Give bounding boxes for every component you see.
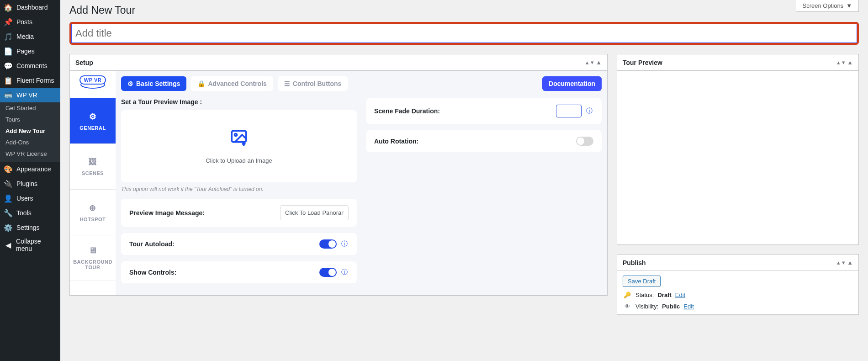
edit-visibility-link[interactable]: Edit [683, 303, 693, 310]
tour-title-input[interactable] [71, 24, 857, 43]
auto-rotation-label: Auto Rotation: [374, 138, 418, 145]
comments-icon: 💬 [4, 61, 13, 70]
show-controls-label: Show Controls: [129, 269, 176, 276]
sidebar-label: WP VR [16, 91, 37, 99]
nav-label: HOTSPOT [80, 217, 106, 222]
user-icon: 👤 [4, 194, 13, 203]
gear-icon: ⚙ [89, 111, 97, 122]
sidebar-item-plugins[interactable]: 🔌Plugins [0, 176, 60, 191]
eye-icon: 👁 [623, 303, 632, 310]
title-highlight-box [69, 22, 859, 45]
publish-postbox: Publish ▴ ▾ ▲ Save Draft 🔑 Status: Draft [617, 254, 859, 315]
status-label: Status: [635, 292, 654, 298]
chevron-up-icon[interactable]: ▴ [586, 59, 589, 66]
sidebar-label: Tools [16, 209, 32, 217]
sidebar-item-fluent-forms[interactable]: 📋Fluent Forms [0, 73, 60, 88]
nav-label: GENERAL [79, 125, 106, 131]
show-controls-toggle[interactable] [319, 268, 337, 277]
nav-label: BACKGROUND TOUR [73, 259, 113, 270]
auto-rotation-card: Auto Rotation: [366, 130, 602, 152]
sidebar-item-wpvr[interactable]: 🥽WP VR [0, 88, 60, 102]
sidebar-label: Pages [16, 48, 35, 55]
show-controls-card: Show Controls: ⓘ [121, 261, 357, 283]
fade-duration-input[interactable] [556, 105, 582, 117]
upload-image-icon [130, 128, 348, 152]
sliders-icon: ☰ [284, 80, 290, 87]
tour-preview-body [617, 71, 858, 244]
triangle-up-icon[interactable]: ▲ [847, 259, 853, 266]
triangle-up-icon[interactable]: ▲ [596, 59, 602, 66]
basic-settings-tab[interactable]: ⚙Basic Settings [121, 76, 186, 91]
auto-rotation-toggle[interactable] [576, 137, 593, 146]
sidebar-label: Plugins [16, 180, 37, 187]
preview-hint: This option will not work if the "Tour A… [121, 186, 357, 192]
info-icon[interactable]: ⓘ [340, 240, 349, 248]
sidebar-subitem-license[interactable]: WP VR License [0, 148, 60, 159]
upload-preview-image[interactable]: Click to Upload an Image [121, 110, 357, 182]
brush-icon: 🎨 [4, 165, 13, 174]
sidebar-label: Posts [16, 18, 32, 26]
postbox-actions: ▴ ▾ ▲ [586, 59, 602, 66]
chevron-down-icon[interactable]: ▾ [591, 59, 594, 66]
sidebar-item-pages[interactable]: 📄Pages [0, 44, 60, 58]
preview-image-label: Set a Tour Preview Image : [121, 98, 357, 106]
sidebar-subitem-addons[interactable]: Add-Ons [0, 137, 60, 148]
chevron-down-icon[interactable]: ▾ [842, 59, 845, 66]
visibility-row: 👁 Visibility: Public Edit [623, 303, 853, 310]
chevron-up-icon[interactable]: ▴ [837, 59, 840, 66]
sidebar-item-comments[interactable]: 💬Comments [0, 58, 60, 73]
advanced-controls-tab[interactable]: 🔒Advanced Controls [191, 76, 273, 91]
upload-text: Click to Upload an Image [130, 157, 348, 164]
sidebar-item-settings[interactable]: ⚙️Settings [0, 220, 60, 235]
sidebar-item-appearance[interactable]: 🎨Appearance [0, 162, 60, 176]
target-icon: ⊕ [89, 203, 96, 213]
sidebar-item-posts[interactable]: 📌Posts [0, 15, 60, 29]
setup-nav-scenes[interactable]: 🖼SCENES [70, 144, 116, 190]
sidebar-subitem-add-new-tour[interactable]: Add New Tour [0, 125, 60, 137]
documentation-button[interactable]: Documentation [542, 76, 602, 91]
image-icon: 🖼 [89, 157, 97, 167]
sidebar-item-users[interactable]: 👤Users [0, 191, 60, 206]
tour-autoload-toggle[interactable] [319, 239, 337, 249]
preview-message-label: Preview Image Message: [129, 209, 205, 217]
control-buttons-tab[interactable]: ☰Control Buttons [278, 76, 348, 91]
svg-point-2 [234, 133, 237, 136]
setup-nav-background[interactable]: 🖥BACKGROUND TOUR [70, 235, 116, 281]
sidebar-label: Collapse menu [16, 238, 57, 252]
gear-icon: ⚙ [127, 80, 133, 87]
nav-label: SCENES [82, 170, 104, 176]
media-icon: 🎵 [4, 32, 13, 41]
setup-nav-general[interactable]: ⚙GENERAL [70, 98, 116, 144]
info-icon[interactable]: ⓘ [340, 268, 349, 276]
chevron-down-icon[interactable]: ▾ [842, 259, 845, 266]
screen-options-toggle[interactable]: Screen Options▼ [796, 0, 859, 12]
sidebar-item-media[interactable]: 🎵Media [0, 29, 60, 44]
chevron-up-icon[interactable]: ▴ [837, 259, 840, 266]
sidebar-label: Appearance [16, 165, 51, 173]
sidebar-item-collapse[interactable]: ◀Collapse menu [0, 235, 60, 255]
sidebar-item-dashboard[interactable]: 🏠Dashboard [0, 0, 60, 15]
sliders-icon: ⚙️ [4, 223, 13, 232]
monitor-icon: 🖥 [89, 246, 97, 255]
admin-sidebar: 🏠Dashboard 📌Posts 🎵Media 📄Pages 💬Comment… [0, 0, 60, 361]
info-icon[interactable]: ⓘ [585, 107, 593, 115]
fade-duration-card: Scene Fade Duration: ⓘ [366, 98, 602, 124]
screen-options-label: Screen Options [803, 2, 844, 9]
setup-nav-hotspot[interactable]: ⊕HOTSPOT [70, 190, 116, 235]
status-row: 🔑 Status: Draft Edit [623, 292, 853, 298]
sidebar-subitem-tours[interactable]: Tours [0, 114, 60, 125]
visibility-label: Visibility: [635, 303, 658, 310]
save-draft-button[interactable]: Save Draft [623, 276, 661, 287]
sidebar-subitem-get-started[interactable]: Get Started [0, 102, 60, 114]
tab-label: Control Buttons [293, 80, 342, 87]
fade-duration-label: Scene Fade Duration: [374, 107, 440, 115]
key-icon: 🔑 [623, 292, 632, 298]
setup-title: Setup [75, 59, 93, 66]
edit-status-link[interactable]: Edit [675, 292, 685, 298]
triangle-up-icon[interactable]: ▲ [847, 59, 853, 66]
preview-message-input[interactable] [280, 205, 349, 220]
sidebar-label: Media [16, 33, 34, 40]
setup-nav-logo: WP VR [70, 71, 116, 98]
setup-postbox: Setup ▴ ▾ ▲ WP VR ⚙G [69, 54, 608, 296]
sidebar-item-tools[interactable]: 🔧Tools [0, 206, 60, 220]
